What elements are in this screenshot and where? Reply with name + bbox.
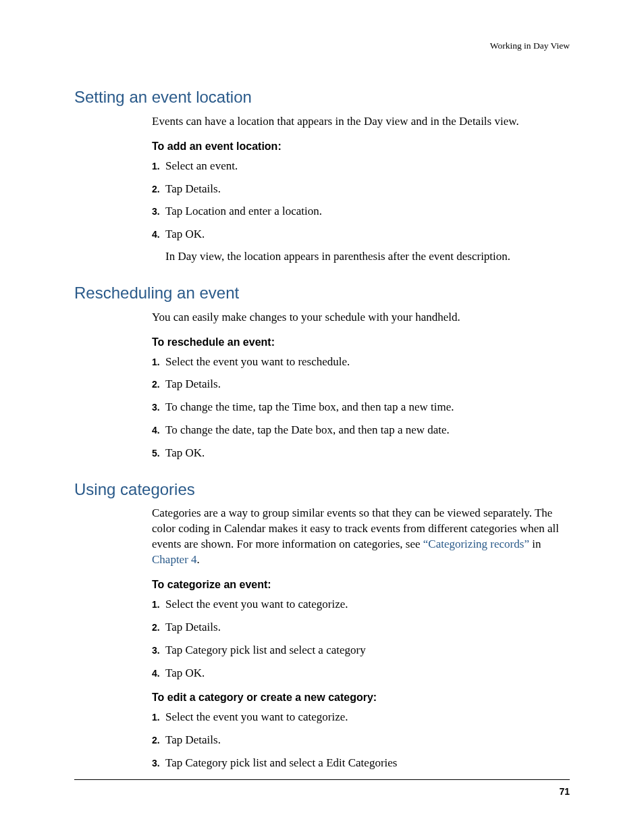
step-text: Tap Details. xyxy=(165,732,570,748)
step-item: 5.Tap OK. xyxy=(152,445,570,461)
step-item: 3.Tap Location and enter a location. xyxy=(152,203,570,219)
procedure-subhead: To edit a category or create a new categ… xyxy=(152,692,570,704)
step-number: 2. xyxy=(152,734,165,748)
section-heading-rescheduling: Rescheduling an event xyxy=(74,284,570,303)
procedure-subhead: To reschedule an event: xyxy=(152,336,570,348)
step-item: 3.Tap Category pick list and select a Ed… xyxy=(152,755,570,771)
step-text: Tap Category pick list and select a cate… xyxy=(165,642,570,658)
step-text: Select the event you want to categorize. xyxy=(165,709,570,725)
step-list: 1.Select an event. 2.Tap Details. 3.Tap … xyxy=(152,158,570,242)
step-item: 3.To change the time, tap the Time box, … xyxy=(152,399,570,415)
step-text: Tap Details. xyxy=(165,619,570,635)
step-item: 2.Tap Details. xyxy=(152,732,570,748)
step-item: 1.Select the event you want to categoriz… xyxy=(152,596,570,613)
page-number: 71 xyxy=(559,786,570,797)
step-item: 1.Select the event you want to categoriz… xyxy=(152,709,570,725)
step-text: Select an event. xyxy=(165,158,570,174)
step-item: 1.Select an event. xyxy=(152,158,570,174)
step-number: 4. xyxy=(152,667,165,681)
procedure-subhead: To add an event location: xyxy=(152,140,570,153)
step-text: Select the event you want to categorize. xyxy=(165,596,570,613)
step-number: 4. xyxy=(152,228,165,242)
step-number: 2. xyxy=(152,621,165,635)
step-number: 1. xyxy=(152,598,165,612)
step-item: 3.Tap Category pick list and select a ca… xyxy=(152,642,570,658)
step-item: 4.To change the date, tap the Date box, … xyxy=(152,422,570,438)
step-number: 3. xyxy=(152,205,165,219)
intro-paragraph: You can easily make changes to your sche… xyxy=(152,310,570,325)
section-heading-using-categories: Using categories xyxy=(74,480,570,500)
step-number: 4. xyxy=(152,424,165,438)
step-text: Tap Location and enter a location. xyxy=(165,203,570,219)
step-note: In Day view, the location appears in par… xyxy=(165,249,570,265)
step-number: 1. xyxy=(152,711,165,725)
step-list: 1.Select the event you want to categoriz… xyxy=(152,596,570,681)
step-number: 3. xyxy=(152,644,165,658)
intro-paragraph: Events can have a location that appears … xyxy=(152,114,570,130)
step-list: 1.Select the event you want to reschedul… xyxy=(152,354,570,461)
step-list: 1.Select the event you want to categoriz… xyxy=(152,709,570,771)
section-body: Categories are a way to group similar ev… xyxy=(152,506,570,771)
step-item: 2.Tap Details. xyxy=(152,619,570,635)
step-number: 1. xyxy=(152,160,165,174)
step-number: 2. xyxy=(152,378,165,392)
step-text: Tap OK. xyxy=(165,226,570,242)
step-number: 5. xyxy=(152,447,165,461)
xref-chapter-4[interactable]: Chapter 4 xyxy=(152,553,197,566)
intro-text-post: . xyxy=(197,553,200,566)
section-heading-setting-location: Setting an event location xyxy=(74,88,570,107)
section-body: You can easily make changes to your sche… xyxy=(152,310,570,461)
running-header: Working in Day View xyxy=(490,41,570,51)
page-content: Setting an event location Events can hav… xyxy=(74,88,570,771)
intro-paragraph: Categories are a way to group similar ev… xyxy=(152,506,570,568)
step-text: Tap Details. xyxy=(165,376,570,392)
step-text: To change the date, tap the Date box, an… xyxy=(165,422,570,438)
step-text: Tap OK. xyxy=(165,445,570,461)
step-text: To change the time, tap the Time box, an… xyxy=(165,399,570,415)
step-item: 2.Tap Details. xyxy=(152,376,570,392)
step-number: 1. xyxy=(152,356,165,369)
xref-categorizing-records[interactable]: “Categorizing records” xyxy=(423,538,529,550)
step-text: Tap Details. xyxy=(165,181,570,197)
footer-rule xyxy=(74,779,570,780)
step-number: 2. xyxy=(152,183,165,197)
step-number: 3. xyxy=(152,401,165,415)
step-item: 2.Tap Details. xyxy=(152,181,570,197)
step-item: 4.Tap OK. xyxy=(152,665,570,681)
section-body: Events can have a location that appears … xyxy=(152,114,570,265)
step-number: 3. xyxy=(152,757,165,771)
step-text: Select the event you want to reschedule. xyxy=(165,354,570,370)
step-item: 4.Tap OK. xyxy=(152,226,570,242)
intro-text-mid: in xyxy=(529,538,541,550)
step-text: Tap OK. xyxy=(165,665,570,681)
procedure-subhead: To categorize an event: xyxy=(152,579,570,591)
step-item: 1.Select the event you want to reschedul… xyxy=(152,354,570,370)
step-text: Tap Category pick list and select a Edit… xyxy=(165,755,570,771)
page: Working in Day View Setting an event loc… xyxy=(0,0,644,834)
